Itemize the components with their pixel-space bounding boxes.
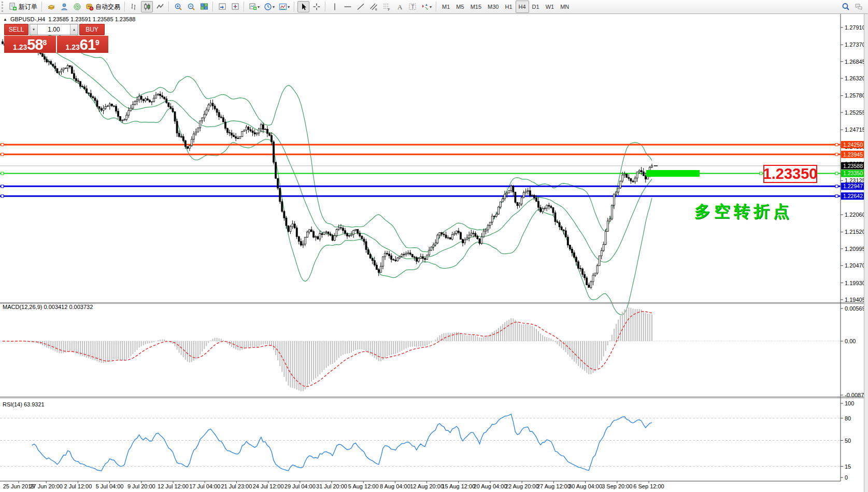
- candle: [389, 254, 390, 256]
- candle: [302, 244, 304, 245]
- candle: [271, 135, 273, 142]
- candle: [407, 253, 409, 254]
- timeframe-w1-button[interactable]: W1: [543, 1, 558, 13]
- candle: [353, 230, 354, 234]
- timeframe-m5-button[interactable]: M5: [453, 1, 467, 13]
- autotrading-button[interactable]: 自动交易: [84, 1, 122, 12]
- svg-text:1.22947: 1.22947: [843, 183, 863, 189]
- bar-chart-button[interactable]: [128, 1, 140, 12]
- candle: [162, 96, 163, 97]
- pivot-highlight-rect[interactable]: [646, 170, 700, 177]
- panel-separator[interactable]: [0, 302, 868, 303]
- vertical-line-button[interactable]: [329, 1, 340, 12]
- channel-button[interactable]: E: [367, 1, 379, 12]
- zoom-out-button[interactable]: [185, 1, 197, 12]
- timeframe-m30-button[interactable]: M30: [485, 1, 502, 13]
- new-chart-dropdown[interactable]: ▾: [247, 1, 261, 12]
- pivot-line-handle[interactable]: [835, 172, 838, 175]
- candle: [443, 234, 445, 235]
- toolbar-separator: [244, 2, 245, 12]
- candle: [311, 230, 312, 232]
- collapse-panel-icon[interactable]: ▲: [3, 17, 7, 22]
- candle: [369, 255, 371, 258]
- support-line-1-handle[interactable]: [835, 185, 838, 188]
- pivot-line-handle[interactable]: [1, 172, 4, 175]
- candle: [195, 132, 197, 134]
- volume-increase-button[interactable]: ▴: [70, 24, 78, 35]
- support-line-2-handle[interactable]: [1, 195, 4, 198]
- resistance-line-1-handle[interactable]: [835, 143, 838, 146]
- text-button[interactable]: A: [393, 1, 405, 12]
- volume-decrease-button[interactable]: ▾: [30, 24, 38, 35]
- candle: [67, 66, 68, 68]
- timeframe-h1-button[interactable]: H1: [502, 1, 515, 13]
- candle: [351, 234, 352, 235]
- templates-dropdown[interactable]: ▾: [277, 1, 291, 12]
- search-button[interactable]: [839, 1, 851, 12]
- crosshair-button[interactable]: [310, 1, 322, 12]
- candle: [294, 224, 295, 228]
- toolbar-separator: [325, 2, 326, 12]
- candle: [485, 230, 487, 231]
- market-watch-button[interactable]: [71, 1, 83, 12]
- candle: [224, 122, 226, 128]
- periods-dropdown[interactable]: ▾: [262, 1, 276, 12]
- candle: [248, 127, 249, 130]
- resistance-line-2-handle[interactable]: [1, 153, 4, 156]
- candle: [506, 193, 508, 194]
- candle: [399, 256, 401, 258]
- price-tick-label: 1.25255: [845, 109, 865, 116]
- candle: [166, 99, 167, 103]
- clock-icon: [264, 3, 272, 11]
- panel-separator[interactable]: [0, 398, 868, 398]
- zoom-in-button[interactable]: [172, 1, 184, 12]
- pivot-line-handle[interactable]: [760, 172, 762, 175]
- timeframe-mn-button[interactable]: MN: [557, 1, 572, 13]
- candle: [176, 121, 178, 133]
- timeframe-m1-button[interactable]: M1: [439, 1, 453, 13]
- candlestick-button[interactable]: [141, 1, 153, 12]
- timeframe-m15-button[interactable]: M15: [467, 1, 485, 13]
- timeframe-h4-button[interactable]: H4: [516, 1, 529, 13]
- sell-button[interactable]: SELL: [4, 24, 29, 35]
- candles-layer: [2, 39, 653, 289]
- chat-button[interactable]: [852, 1, 864, 12]
- charts-button[interactable]: [45, 1, 57, 12]
- support-line-1-handle[interactable]: [1, 185, 4, 188]
- fibonacci-button[interactable]: F: [380, 1, 392, 12]
- candle: [582, 269, 584, 275]
- candle: [65, 68, 66, 68]
- candle: [424, 259, 426, 260]
- candle: [172, 108, 174, 112]
- candle: [569, 245, 571, 249]
- profile-button[interactable]: [58, 1, 70, 12]
- new-order-button[interactable]: 新订单: [7, 1, 39, 12]
- arrange-windows-button[interactable]: [216, 1, 228, 12]
- svg-text:T: T: [411, 4, 414, 10]
- price-callout-box[interactable]: 1.23350: [763, 165, 817, 183]
- trendline-button[interactable]: [354, 1, 366, 12]
- resistance-line-1-handle[interactable]: [1, 143, 4, 146]
- buy-button[interactable]: BUY: [79, 24, 105, 35]
- support-line-2-handle[interactable]: [835, 195, 838, 198]
- timeframe-d1-button[interactable]: D1: [529, 1, 543, 13]
- panel-separator[interactable]: [0, 397, 868, 397]
- cascade-windows-button[interactable]: [229, 1, 241, 12]
- sell-price-box[interactable]: 1.23588: [4, 36, 56, 53]
- line-chart-button[interactable]: [154, 1, 166, 12]
- candle: [210, 103, 211, 105]
- cursor-button[interactable]: [297, 1, 309, 12]
- candle: [164, 97, 165, 99]
- buy-price-box[interactable]: 1.23619: [57, 36, 109, 53]
- candle: [548, 205, 550, 206]
- tile-windows-button[interactable]: [198, 1, 210, 12]
- svg-text:1.24250: 1.24250: [843, 142, 863, 148]
- candle: [471, 233, 472, 235]
- label-button[interactable]: T: [406, 1, 418, 12]
- candle: [607, 221, 608, 231]
- arrows-dropdown[interactable]: ▾: [419, 1, 433, 12]
- resistance-line-2-handle[interactable]: [835, 153, 838, 156]
- volume-input[interactable]: [38, 24, 70, 35]
- panel-separator[interactable]: [0, 303, 868, 304]
- horizontal-line-button[interactable]: [341, 1, 353, 12]
